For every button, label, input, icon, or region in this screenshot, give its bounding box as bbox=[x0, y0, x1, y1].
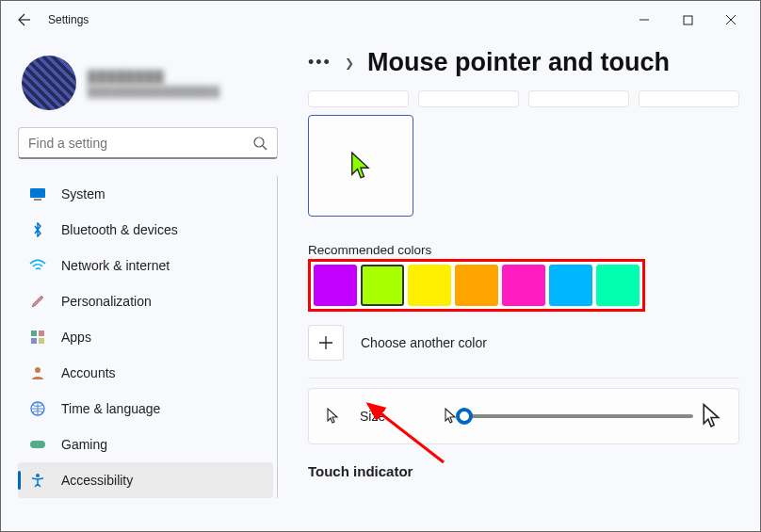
sidebar-item-accessibility[interactable]: Accessibility bbox=[18, 462, 273, 498]
color-swatch[interactable] bbox=[408, 265, 451, 306]
bluetooth-icon bbox=[29, 221, 46, 238]
chevron-right-icon: ❯ bbox=[345, 56, 354, 70]
window-controls bbox=[623, 5, 753, 35]
touch-indicator-header: Touch indicator bbox=[308, 463, 739, 479]
pointer-preview-tile[interactable] bbox=[308, 115, 413, 217]
svg-point-11 bbox=[36, 474, 40, 477]
slider-thumb[interactable] bbox=[456, 408, 473, 425]
pointer-style-tile[interactable] bbox=[418, 90, 519, 107]
apps-icon bbox=[29, 329, 46, 346]
nav-list: System Bluetooth & devices Network & int… bbox=[18, 176, 278, 498]
sidebar-item-network[interactable]: Network & internet bbox=[18, 248, 273, 283]
sidebar-item-personalization[interactable]: Personalization bbox=[18, 283, 273, 319]
close-button[interactable] bbox=[709, 5, 753, 35]
sidebar-item-accounts[interactable]: Accounts bbox=[18, 355, 273, 391]
sidebar-item-time[interactable]: Time & language bbox=[18, 391, 273, 427]
main-content: ••• ❯ Mouse pointer and touch Recommende… bbox=[283, 39, 760, 531]
search-box[interactable] bbox=[18, 127, 278, 159]
size-label: Size bbox=[360, 409, 385, 424]
color-swatch[interactable] bbox=[549, 265, 592, 306]
accessibility-icon bbox=[29, 472, 46, 489]
svg-rect-10 bbox=[30, 441, 45, 448]
svg-point-8 bbox=[35, 367, 40, 373]
svg-rect-3 bbox=[34, 199, 41, 201]
profile-name: ████████ bbox=[88, 70, 220, 84]
back-button[interactable] bbox=[8, 5, 39, 35]
color-swatch[interactable] bbox=[502, 265, 545, 306]
sidebar-item-label: Bluetooth & devices bbox=[61, 222, 178, 237]
pointer-style-tile[interactable] bbox=[639, 90, 739, 107]
sidebar-item-label: Apps bbox=[61, 330, 91, 345]
profile-email: ████████████████ bbox=[88, 86, 220, 97]
svg-rect-7 bbox=[39, 338, 44, 344]
gamepad-icon bbox=[29, 436, 46, 453]
titlebar: Settings bbox=[1, 1, 760, 39]
svg-rect-6 bbox=[31, 338, 37, 344]
choose-color-label: Choose another color bbox=[361, 335, 487, 350]
profile[interactable]: ████████ ████████████████ bbox=[18, 50, 278, 123]
color-swatch[interactable] bbox=[596, 265, 640, 306]
svg-point-1 bbox=[254, 137, 264, 147]
window-title: Settings bbox=[48, 13, 89, 26]
choose-another-color-row: Choose another color bbox=[308, 319, 739, 379]
color-swatch[interactable] bbox=[361, 265, 404, 306]
sidebar-item-gaming[interactable]: Gaming bbox=[18, 427, 273, 462]
search-input[interactable] bbox=[28, 136, 252, 151]
search-icon bbox=[252, 136, 267, 151]
choose-color-button[interactable] bbox=[308, 325, 344, 361]
svg-rect-2 bbox=[30, 188, 45, 198]
color-swatch[interactable] bbox=[455, 265, 498, 306]
sidebar-item-bluetooth[interactable]: Bluetooth & devices bbox=[18, 212, 273, 248]
cursor-small-icon bbox=[444, 408, 457, 425]
color-swatch[interactable] bbox=[314, 265, 357, 306]
sidebar-item-label: Accounts bbox=[61, 365, 116, 380]
pointer-size-row: Size bbox=[308, 388, 739, 444]
breadcrumb: ••• ❯ Mouse pointer and touch bbox=[308, 48, 739, 77]
person-icon bbox=[29, 364, 46, 381]
pointer-style-tile[interactable] bbox=[528, 90, 629, 107]
cursor-preview-icon bbox=[348, 152, 373, 180]
sidebar-item-system[interactable]: System bbox=[18, 176, 273, 212]
settings-window: Settings ████████ ████████████████ bbox=[0, 0, 761, 532]
clock-globe-icon bbox=[29, 400, 46, 417]
sidebar-item-label: Network & internet bbox=[61, 258, 170, 273]
minimize-button[interactable] bbox=[623, 5, 666, 35]
plus-icon bbox=[318, 335, 333, 350]
svg-rect-5 bbox=[39, 330, 44, 336]
cursor-small-icon bbox=[326, 408, 339, 425]
arrow-left-icon bbox=[16, 12, 31, 27]
svg-rect-0 bbox=[684, 16, 692, 24]
pointer-style-row bbox=[308, 90, 739, 107]
sidebar-item-label: Gaming bbox=[61, 437, 107, 452]
page-title: Mouse pointer and touch bbox=[367, 48, 670, 77]
sidebar-item-label: Time & language bbox=[61, 401, 160, 416]
breadcrumb-ellipsis[interactable]: ••• bbox=[308, 53, 332, 73]
brush-icon bbox=[29, 293, 46, 310]
pointer-style-tile[interactable] bbox=[308, 90, 409, 107]
maximize-button[interactable] bbox=[666, 5, 709, 35]
recommended-colors-label: Recommended colors bbox=[308, 243, 739, 257]
svg-rect-4 bbox=[31, 330, 37, 336]
wifi-icon bbox=[29, 257, 46, 274]
sidebar: ████████ ████████████████ System Bluetoo… bbox=[1, 39, 283, 531]
size-slider[interactable] bbox=[464, 414, 693, 418]
avatar bbox=[22, 56, 76, 110]
recommended-colors bbox=[308, 259, 645, 312]
sidebar-item-label: Personalization bbox=[61, 294, 152, 309]
sidebar-item-label: System bbox=[61, 186, 105, 202]
sidebar-item-apps[interactable]: Apps bbox=[18, 319, 273, 355]
sidebar-item-label: Accessibility bbox=[61, 473, 133, 488]
cursor-large-icon bbox=[701, 403, 721, 429]
monitor-icon bbox=[29, 185, 46, 202]
